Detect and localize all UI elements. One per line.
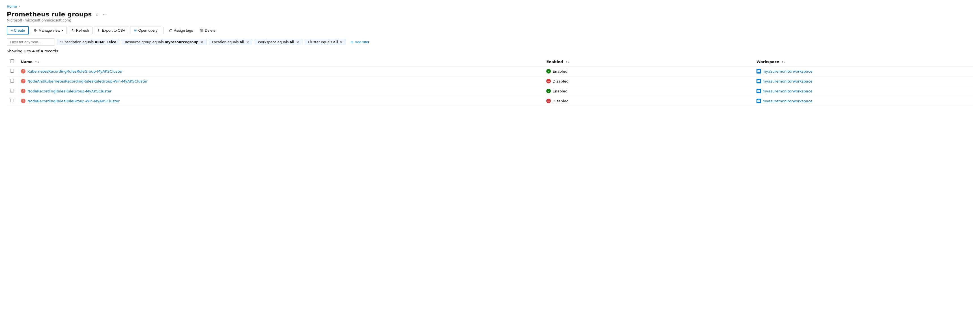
rule-group-icon: ! xyxy=(21,69,26,74)
row-checkbox[interactable] xyxy=(10,79,14,83)
svg-text:!: ! xyxy=(22,79,24,83)
status-label: Enabled xyxy=(552,69,568,73)
status-dot: ✓ xyxy=(546,89,551,93)
col-header-name[interactable]: Name ↑↓ xyxy=(17,57,543,67)
sort-enabled-icon: ↑↓ xyxy=(565,60,570,63)
row-workspace-cell: myazuremonitorworkspace xyxy=(753,67,973,76)
add-filter-button[interactable]: ⊕ Add filter xyxy=(348,39,371,45)
select-all-checkbox-header[interactable] xyxy=(7,57,17,67)
svg-rect-3 xyxy=(758,70,760,71)
manage-view-button[interactable]: ⚙ Manage view ▾ xyxy=(30,27,67,34)
svg-rect-10 xyxy=(757,90,760,92)
filter-tag-subscription: Subscription equals ACME Telco xyxy=(57,39,119,45)
col-workspace-label: Workspace xyxy=(757,60,779,64)
filter-tag-location-close[interactable]: ✕ xyxy=(246,40,250,44)
table-row: ! NodeAndKubernetesRecordingRulesRuleGro… xyxy=(7,76,973,86)
row-name-cell: ! NodeAndKubernetesRecordingRulesRuleGro… xyxy=(17,76,543,86)
row-name-link[interactable]: NodeRecordingRulesRuleGroup-Win-MyAKSClu… xyxy=(27,99,120,103)
row-enabled-cell: ✓ Enabled xyxy=(543,86,753,96)
row-name-cell: ! NodeRecordingRulesRuleGroup-MyAKSClust… xyxy=(17,86,543,96)
table-row: ! NodeRecordingRulesRuleGroup-Win-MyAKSC… xyxy=(7,96,973,106)
workspace-link[interactable]: myazuremonitorworkspace xyxy=(762,89,813,93)
toolbar-separator xyxy=(164,27,164,34)
filter-tag-resourcegroup-close[interactable]: ✕ xyxy=(200,40,204,44)
select-all-checkbox[interactable] xyxy=(10,59,14,63)
row-checkbox[interactable] xyxy=(10,89,14,92)
svg-rect-14 xyxy=(757,100,760,102)
workspace-icon xyxy=(757,99,761,103)
delete-button[interactable]: 🗑 Delete xyxy=(197,27,218,34)
row-name-link[interactable]: NodeRecordingRulesRuleGroup-MyAKSCluster xyxy=(27,89,111,93)
status-label: Disabled xyxy=(552,99,568,103)
table-header-row: Name ↑↓ Enabled ↑↓ Workspace ↑↓ xyxy=(7,57,973,67)
filter-tag-workspace-close[interactable]: ✕ xyxy=(296,40,299,44)
delete-icon: 🗑 xyxy=(200,28,204,33)
row-checkbox-cell xyxy=(7,67,17,76)
workspace-link[interactable]: myazuremonitorworkspace xyxy=(762,99,813,103)
workspace-icon xyxy=(757,79,761,83)
export-button[interactable]: ⬇ Export to CSV xyxy=(94,27,129,34)
status-dot: — xyxy=(546,99,551,103)
refresh-button[interactable]: ↻ Refresh xyxy=(68,27,93,34)
more-options-icon[interactable]: ··· xyxy=(102,11,107,17)
chevron-down-icon: ▾ xyxy=(62,29,63,32)
svg-rect-6 xyxy=(757,80,760,82)
page-title-row: Prometheus rule groups ☆ ··· xyxy=(7,11,973,18)
rule-group-icon: ! xyxy=(21,89,26,94)
breadcrumb: Home › xyxy=(7,5,973,8)
row-checkbox-cell xyxy=(7,76,17,86)
add-filter-icon: ⊕ xyxy=(350,40,354,44)
page-subtitle: Microsoft (microsoft.onmicrosoft.com) xyxy=(7,18,973,22)
row-workspace-cell: myazuremonitorworkspace xyxy=(753,96,973,106)
workspace-link[interactable]: myazuremonitorworkspace xyxy=(762,79,813,83)
svg-text:!: ! xyxy=(22,99,24,103)
workspace-icon xyxy=(757,69,761,73)
status-label: Disabled xyxy=(552,79,568,83)
row-checkbox-cell xyxy=(7,86,17,96)
svg-rect-7 xyxy=(758,80,760,81)
row-checkbox[interactable] xyxy=(10,69,14,73)
status-dot: — xyxy=(546,79,551,83)
workspace-link[interactable]: myazuremonitorworkspace xyxy=(762,69,813,73)
status-dot: ✓ xyxy=(546,69,551,73)
filter-tag-cluster-close[interactable]: ✕ xyxy=(339,40,343,44)
filter-tag-workspace: Workspace equals all ✕ xyxy=(255,39,302,45)
page-title: Prometheus rule groups xyxy=(7,11,92,18)
create-button[interactable]: + Create xyxy=(7,26,29,35)
filter-bar: Subscription equals ACME Telco Resource … xyxy=(7,38,973,46)
col-header-workspace[interactable]: Workspace ↑↓ xyxy=(753,57,973,67)
refresh-label: Refresh xyxy=(76,28,89,33)
add-filter-label: Add filter xyxy=(355,40,369,44)
row-name-link[interactable]: KubernetesRecordingRulesRuleGroup-MyAKSC… xyxy=(27,69,123,73)
sort-workspace-icon: ↑↓ xyxy=(781,60,786,63)
filter-input[interactable] xyxy=(7,38,55,46)
svg-text:!: ! xyxy=(22,70,24,73)
row-enabled-cell: — Disabled xyxy=(543,96,753,106)
svg-text:!: ! xyxy=(22,89,24,93)
table-row: ! NodeRecordingRulesRuleGroup-MyAKSClust… xyxy=(7,86,973,96)
rule-group-icon: ! xyxy=(21,98,26,103)
export-icon: ⬇ xyxy=(97,28,100,33)
toolbar: + Create ⚙ Manage view ▾ ↻ Refresh ⬇ Exp… xyxy=(7,26,973,35)
filter-tag-resourcegroup: Resource group equals myresourcegroup ✕ xyxy=(122,39,207,45)
delete-label: Delete xyxy=(205,28,216,33)
sort-name-icon: ↑↓ xyxy=(35,60,40,63)
row-checkbox-cell xyxy=(7,96,17,106)
row-name-link[interactable]: NodeAndKubernetesRecordingRulesRuleGroup… xyxy=(27,79,148,83)
row-workspace-cell: myazuremonitorworkspace xyxy=(753,76,973,86)
pin-icon[interactable]: ☆ xyxy=(94,11,100,17)
tag-icon: 🏷 xyxy=(169,28,173,33)
query-icon: ≋ xyxy=(134,28,137,33)
export-label: Export to CSV xyxy=(102,28,125,33)
row-enabled-cell: — Disabled xyxy=(543,76,753,86)
assign-tags-button[interactable]: 🏷 Assign tags xyxy=(166,27,196,34)
col-name-label: Name xyxy=(21,60,33,64)
refresh-icon: ↻ xyxy=(72,28,75,33)
table-row: ! KubernetesRecordingRulesRuleGroup-MyAK… xyxy=(7,67,973,76)
data-table: Name ↑↓ Enabled ↑↓ Workspace ↑↓ ! Kubern… xyxy=(7,57,973,106)
svg-rect-15 xyxy=(758,100,760,100)
open-query-button[interactable]: ≋ Open query xyxy=(130,27,161,34)
breadcrumb-home[interactable]: Home xyxy=(7,5,17,8)
col-header-enabled[interactable]: Enabled ↑↓ xyxy=(543,57,753,67)
row-checkbox[interactable] xyxy=(10,99,14,102)
